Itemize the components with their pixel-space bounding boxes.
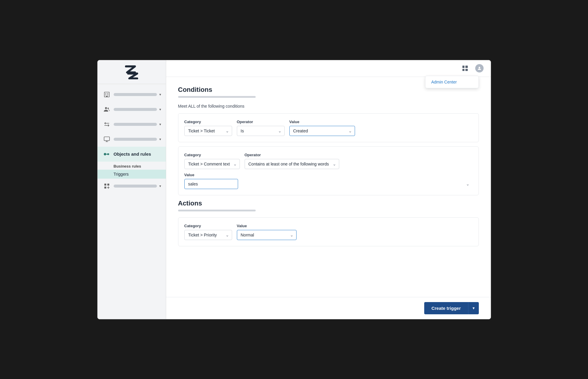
sidebar-item-workspaces[interactable]: ▾ — [98, 132, 166, 147]
condition-fields-row-2: Category Ticket > Comment text Operator — [184, 153, 473, 169]
action-category-label: Category — [184, 224, 232, 228]
action-category-field-group: Category Ticket > Priority — [184, 224, 232, 240]
actions-title: Actions — [178, 199, 479, 207]
category-select-1[interactable]: Ticket > Ticket — [184, 126, 232, 136]
business-rules-heading: Business rules — [98, 162, 166, 170]
sidebar-item-apps[interactable]: ▾ — [98, 179, 166, 194]
chevron-down-icon: ▾ — [159, 92, 161, 97]
action-row-1: Category Ticket > Priority Value — [178, 217, 479, 246]
condition-row-2: Category Ticket > Comment text Operator — [178, 146, 479, 195]
action-value-select-wrapper: Normal — [237, 230, 297, 240]
main-content: Admin Center Conditions Meet ALL of the … — [166, 60, 491, 319]
operator-field-group-1: Operator Is — [237, 120, 285, 136]
sidebar-item-objects-label: Objects and rules — [114, 151, 151, 157]
svg-rect-12 — [104, 186, 106, 188]
svg-point-6 — [105, 107, 107, 109]
value-field-group-1: Value Created — [289, 120, 355, 136]
chevron-down-icon: ▾ — [159, 107, 161, 112]
grid-cell — [462, 66, 465, 68]
value-label-2: Value — [184, 173, 473, 177]
building-icon — [102, 90, 111, 99]
conditions-section: Conditions Meet ALL of the following con… — [178, 86, 479, 195]
create-trigger-button[interactable]: Create trigger — [424, 302, 468, 314]
operator-select-wrapper-1: Is — [237, 126, 285, 136]
condition-fields-row: Category Ticket > Ticket Operator — [184, 120, 473, 136]
svg-rect-1 — [105, 93, 106, 94]
value-select-1[interactable]: Created — [289, 126, 355, 136]
sidebar-label-bar — [114, 93, 157, 96]
admin-center-dropdown: Admin Center — [425, 76, 479, 88]
chevron-down-icon: ▾ — [159, 184, 161, 188]
chevron-down-icon: ▾ — [159, 137, 161, 141]
topbar: Admin Center — [166, 60, 491, 77]
operator-select-2[interactable]: Contains at least one of the following w… — [245, 159, 339, 169]
condition-row-1: Category Ticket > Ticket Operator — [178, 113, 479, 142]
value-select-wrapper-2: sales — [184, 179, 473, 189]
action-category-select-wrapper: Ticket > Priority — [184, 230, 232, 240]
category-label-1: Category — [184, 120, 232, 124]
sidebar-item-workspace[interactable]: ▾ — [98, 87, 166, 102]
apps-icon — [102, 182, 111, 191]
grid-cell — [465, 69, 468, 71]
actions-bar — [178, 210, 256, 211]
user-profile-button[interactable] — [474, 63, 485, 74]
action-value-select[interactable]: Normal — [237, 230, 297, 240]
zendesk-logo — [123, 64, 141, 79]
user-avatar-icon — [475, 64, 484, 72]
category-field-group-2: Category Ticket > Comment text — [184, 153, 240, 169]
category-select-wrapper-1: Ticket > Ticket — [184, 126, 232, 136]
sidebar-subitem-triggers[interactable]: Triggers — [98, 170, 166, 179]
svg-point-7 — [107, 108, 109, 109]
sidebar-item-objects[interactable]: Objects and rules — [98, 147, 166, 162]
actions-section: Actions Category Ticket > Priority — [178, 199, 479, 246]
conditions-bar — [178, 96, 256, 98]
operator-label-1: Operator — [237, 120, 285, 124]
svg-point-13 — [479, 67, 480, 68]
chevron-down-icon: ▾ — [159, 122, 161, 126]
action-value-field-group: Value Normal — [237, 224, 297, 240]
apps-grid-button[interactable] — [460, 63, 470, 74]
conditions-meet-text: Meet ALL of the following conditions — [178, 104, 479, 109]
footer: Create trigger ▾ — [166, 297, 491, 319]
sidebar-label-bar — [114, 185, 157, 188]
value-row-2: Value sales — [184, 173, 473, 189]
sidebar-label-bar — [114, 108, 157, 111]
operator-field-group-2: Operator Contains at least one of the fo… — [245, 153, 339, 169]
svg-rect-8 — [104, 137, 109, 140]
svg-rect-3 — [105, 95, 106, 95]
grid-cell — [462, 69, 465, 71]
sidebar-navigation: ▾ ▾ ▾ — [98, 84, 166, 319]
grid-icon — [462, 66, 468, 71]
svg-rect-4 — [107, 95, 108, 95]
people-icon — [102, 105, 111, 114]
admin-center-link[interactable]: Admin Center — [425, 76, 479, 88]
svg-rect-2 — [107, 93, 108, 94]
sidebar-item-people[interactable]: ▾ — [98, 102, 166, 117]
sidebar-logo — [98, 60, 166, 84]
svg-rect-11 — [107, 183, 109, 185]
objects-icon — [102, 150, 111, 159]
operator-select-1[interactable]: Is — [237, 126, 285, 136]
action-fields-row: Category Ticket > Priority Value — [184, 224, 473, 240]
value-label-1: Value — [289, 120, 355, 124]
value-select-wrapper-1: Created — [289, 126, 355, 136]
category-field-group-1: Category Ticket > Ticket — [184, 120, 232, 136]
action-category-select[interactable]: Ticket > Priority — [184, 230, 232, 240]
create-trigger-arrow-button[interactable]: ▾ — [468, 302, 479, 314]
sidebar-item-channels[interactable]: ▾ — [98, 117, 166, 132]
value-field-group-2: Value sales — [184, 173, 473, 189]
content-area: Conditions Meet ALL of the following con… — [166, 77, 491, 297]
category-label-2: Category — [184, 153, 240, 157]
action-value-label: Value — [237, 224, 297, 228]
sidebar: ▾ ▾ ▾ — [98, 60, 166, 319]
sidebar-submenu-objects: Business rules Triggers — [98, 162, 166, 179]
svg-rect-5 — [106, 96, 108, 97]
monitor-icon — [102, 135, 111, 144]
operator-select-wrapper-2: Contains at least one of the following w… — [245, 159, 339, 169]
svg-rect-10 — [104, 183, 106, 185]
sidebar-label-bar — [114, 123, 157, 126]
category-select-2[interactable]: Ticket > Comment text — [184, 159, 240, 169]
value-select-2[interactable]: sales — [184, 179, 238, 189]
channels-icon — [102, 120, 111, 129]
sidebar-label-bar — [114, 138, 157, 141]
